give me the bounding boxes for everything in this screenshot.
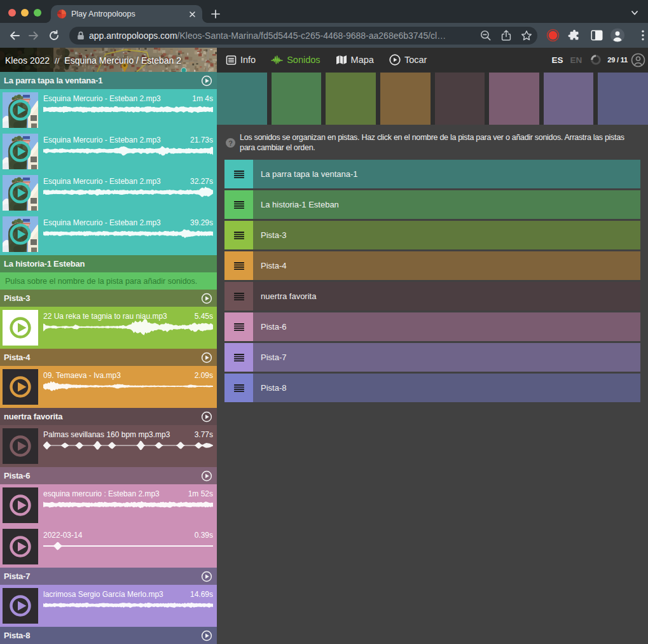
traffic-lights (8, 9, 41, 17)
track-drag-handle[interactable] (224, 343, 253, 372)
nav-item-mapa[interactable]: Mapa (336, 55, 374, 65)
bookmark-star-icon[interactable] (519, 28, 534, 43)
track-color-swatch[interactable] (272, 73, 322, 125)
track-section-header[interactable]: Pista-6 (0, 467, 217, 484)
track-section-header[interactable]: Pista-3 (0, 290, 217, 307)
lang-es-button[interactable]: ES (552, 55, 563, 65)
nav-item-sonidos[interactable]: Sonidos (271, 55, 320, 65)
track-play-icon[interactable] (201, 571, 212, 582)
sound-thumbnail-play[interactable] (3, 588, 38, 624)
track-color-swatch[interactable] (326, 73, 376, 125)
track-play-icon[interactable] (201, 293, 212, 304)
track-row[interactable]: Pista-3 (224, 221, 640, 249)
lang-en-button[interactable]: EN (570, 55, 583, 65)
track-section-header[interactable]: La parra tapa la ventana-1 (0, 72, 217, 89)
forward-button[interactable] (25, 27, 43, 45)
track-color-swatch[interactable] (380, 73, 431, 125)
track-section-header[interactable]: Pista-7 (0, 568, 217, 585)
track-section-header[interactable]: nuertra favorita (0, 408, 217, 425)
minimize-window-button[interactable] (21, 9, 29, 17)
nav-item-tocar[interactable]: Tocar (389, 54, 427, 66)
sound-thumbnail-play[interactable] (3, 216, 38, 252)
track-play-icon[interactable] (201, 411, 212, 423)
track-drag-handle[interactable] (224, 374, 253, 402)
tab-search-chevron-icon[interactable] (630, 8, 640, 18)
sound-waveform[interactable] (43, 375, 213, 398)
breadcrumb-page-title: Esquina Mercurio / Esteban 2 (64, 55, 181, 66)
track-play-icon[interactable] (201, 630, 212, 641)
sound-item[interactable]: 09. Temaeva - Iva.mp32.09s (0, 368, 217, 405)
sound-waveform[interactable] (43, 98, 213, 121)
new-tab-button[interactable] (210, 8, 221, 20)
share-icon[interactable] (499, 28, 514, 43)
sound-thumbnail-play[interactable] (3, 310, 38, 346)
sound-item[interactable]: lacrimosa Sergio García Merlo.mp314.69s (0, 587, 217, 624)
browser-menu-kebab-icon[interactable] (636, 29, 648, 43)
track-drag-handle[interactable] (224, 312, 253, 341)
back-button[interactable] (6, 27, 24, 45)
mapa-icon (336, 55, 347, 65)
address-bar[interactable]: app.antropoloops.com/Kleos-Santa-Marina/… (69, 27, 537, 45)
reload-button[interactable] (45, 27, 63, 45)
sound-waveform[interactable] (43, 139, 213, 162)
sound-waveform[interactable] (43, 434, 213, 457)
sound-item[interactable]: Esquina Mercurio - Esteban 2.mp332.27s (0, 174, 217, 211)
breadcrumb-project[interactable]: Kleos 2022 (5, 55, 50, 66)
sound-thumbnail-play[interactable] (3, 175, 38, 211)
sound-item[interactable]: Esquina Mercurio - Esteban 2.mp31m 4s (0, 92, 217, 129)
track-row[interactable]: La historia-1 Esteban (224, 190, 640, 219)
track-section-header[interactable]: Pista-8 (0, 627, 217, 644)
track-drag-handle[interactable] (224, 160, 253, 188)
track-color-swatch[interactable] (598, 73, 648, 125)
puzzle-extensions-icon[interactable] (567, 29, 581, 43)
track-color-swatch[interactable] (435, 73, 485, 125)
sound-waveform[interactable] (43, 594, 213, 617)
track-drag-handle[interactable] (224, 282, 253, 311)
track-play-icon[interactable] (201, 470, 212, 482)
sound-waveform[interactable] (43, 535, 213, 557)
track-drag-handle[interactable] (224, 251, 253, 280)
project-header-image[interactable]: Kleos 2022 // Esquina Mercurio / Esteban… (0, 48, 217, 72)
track-row[interactable]: Pista-4 (224, 251, 640, 280)
nav-item-info[interactable]: Info (226, 55, 256, 66)
tab-close-icon[interactable] (187, 9, 197, 19)
track-play-icon[interactable] (201, 75, 212, 87)
sound-waveform[interactable] (43, 316, 213, 339)
track-row[interactable]: Pista-7 (224, 343, 640, 372)
sound-thumbnail-play[interactable] (3, 529, 38, 564)
track-drag-handle[interactable] (224, 190, 253, 219)
track-section-header[interactable]: Pista-4 (0, 349, 217, 366)
track-color-swatch[interactable] (489, 73, 539, 125)
track-drag-handle[interactable] (224, 221, 253, 249)
track-row[interactable]: La parra tapa la ventana-1 (224, 160, 640, 188)
sound-item[interactable]: 22 Ua reka te tagnia to rau niau.mp35.45… (0, 309, 217, 346)
record-extension-icon[interactable] (546, 29, 560, 43)
track-row[interactable]: nuertra favorita (224, 282, 640, 311)
sound-item[interactable]: 2022-03-140.39s (0, 528, 217, 565)
track-color-swatch[interactable] (217, 73, 267, 125)
side-panel-icon[interactable] (589, 29, 603, 43)
browser-tab[interactable]: Play Antropoloops (51, 5, 202, 23)
profile-avatar-icon[interactable] (610, 29, 624, 43)
zoom-window-button[interactable] (34, 9, 41, 17)
sound-item[interactable]: esquina mercurio : Esteban 2.mp31m 52s (0, 487, 217, 524)
sound-thumbnail-play[interactable] (3, 428, 38, 464)
sound-waveform[interactable] (43, 222, 213, 245)
sound-thumbnail-play[interactable] (3, 487, 38, 523)
track-row[interactable]: Pista-8 (224, 374, 640, 402)
sound-item[interactable]: Esquina Mercurio - Esteban 2.mp321.73s (0, 133, 217, 170)
sound-thumbnail-play[interactable] (3, 134, 38, 169)
sound-item[interactable]: Palmas sevillanas 160 bpm mp3.mp33.77s (0, 428, 217, 465)
sound-thumbnail-play[interactable] (3, 92, 38, 128)
track-play-icon[interactable] (201, 352, 212, 363)
track-color-swatch[interactable] (544, 73, 594, 125)
track-section-header[interactable]: La historia-1 Esteban (0, 255, 217, 272)
sound-item[interactable]: Esquina Mercurio - Esteban 2.mp339.29s (0, 216, 217, 253)
user-account-icon[interactable] (631, 53, 645, 67)
zoom-out-icon[interactable] (478, 28, 493, 43)
sound-waveform[interactable] (43, 493, 213, 516)
sound-thumbnail-play[interactable] (3, 369, 38, 405)
sound-waveform[interactable] (43, 181, 213, 204)
track-row[interactable]: Pista-6 (224, 312, 640, 341)
close-window-button[interactable] (8, 9, 16, 17)
